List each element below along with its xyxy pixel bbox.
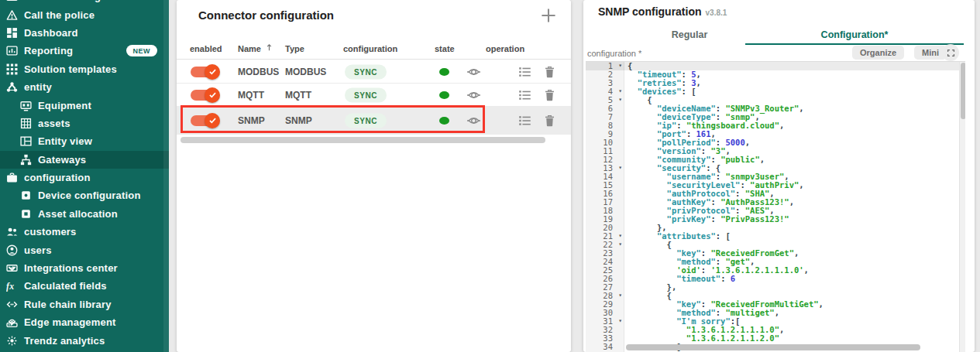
fold-toggle-icon[interactable]: ▾ (618, 231, 622, 240)
sidebar-item-device-configuration[interactable]: Device configuration (0, 186, 169, 204)
snmp-configuration-panel: SNMP configurationv3.8.1 Regular Configu… (583, 0, 975, 352)
add-connector-button[interactable] (539, 6, 558, 25)
delete-button[interactable] (543, 88, 556, 101)
delete-button[interactable] (543, 114, 556, 127)
chevron-up-icon (6, 81, 18, 93)
rpc-eye-button[interactable] (467, 114, 480, 127)
panel-title: Connector configuration (198, 9, 334, 22)
sidebar-item-calculated-fields[interactable]: fxCalculated fields (0, 277, 169, 295)
sidebar-item-entity-view[interactable]: Entity view (0, 132, 169, 150)
sidebar-item-solution-templates[interactable]: Solution templates (0, 60, 169, 78)
fold-toggle-icon[interactable]: ▾ (618, 61, 622, 70)
json-editor[interactable]: 1▾234▾5▾678910111213▾1415161718192021▾22… (586, 61, 965, 352)
sidebar-item-reporting[interactable]: ReportingNEW (0, 42, 169, 60)
calculated-icon: fx (6, 280, 18, 292)
sidebar-item-plan-and-billing[interactable]: Plan and billing (0, 0, 169, 5)
sort-asc-icon[interactable] (264, 43, 274, 53)
logs-list-button[interactable] (518, 65, 531, 78)
line-number: 34 (586, 343, 624, 351)
fold-toggle-icon[interactable]: ▾ (618, 316, 622, 325)
templates-icon (6, 63, 18, 75)
sidebar-item-label: configuration (24, 172, 91, 183)
connector-name: SNMP (238, 115, 265, 126)
connector-row-modbus[interactable]: MODBUSMODBUSSYNC (177, 60, 571, 84)
fold-toggle-icon[interactable]: ▾ (618, 291, 622, 299)
sidebar-item-assets[interactable]: assets (0, 114, 169, 132)
fold-toggle-icon[interactable]: ▾ (618, 95, 622, 104)
sidebar-item-edge-management[interactable]: Edge management (0, 313, 169, 331)
fold-toggle-icon[interactable]: ▾ (618, 87, 622, 95)
logs-list-button[interactable] (518, 88, 531, 101)
connector-name: MQTT (238, 90, 264, 101)
sidebar-item-label: Plan and billing (24, 0, 101, 2)
sidebar-item-entity[interactable]: entity (0, 78, 169, 96)
sidebar-item-trendz-analytics[interactable]: Trendz analytics (0, 331, 169, 349)
connector-type: MODBUS (285, 67, 326, 77)
connector-row-mqtt[interactable]: MQTTMQTTSYNC (177, 84, 571, 107)
configuration-badge: SYNC (345, 64, 387, 79)
tab-configuration[interactable]: Configuration* (821, 29, 889, 40)
sidebar-item-label: users (24, 244, 52, 256)
line-number: 5▾ (586, 96, 624, 104)
rpc-eye-button[interactable] (467, 65, 480, 78)
logs-list-button[interactable] (518, 114, 531, 127)
sidebar-item-integrations-center[interactable]: Integrations center (0, 259, 169, 277)
version-label: v3.8.1 (706, 9, 727, 17)
editor-gutter: 1▾234▾5▾678910111213▾1415161718192021▾22… (586, 62, 624, 352)
panel-title: SNMP configurationv3.8.1 (598, 5, 727, 18)
sidebar-item-call-the-police[interactable]: Call the police (0, 5, 169, 23)
state-indicator (439, 91, 449, 99)
sidebar-item-equipment[interactable]: Equipment (0, 96, 169, 114)
sidebar-item-rule-chain-library[interactable]: Rule chain library (0, 296, 169, 313)
editor-horizontal-scrollbar[interactable] (626, 344, 920, 350)
sidebar-item-users[interactable]: users (0, 241, 169, 258)
sidebar-item-label: Rule chain library (24, 299, 112, 310)
enabled-toggle[interactable] (191, 67, 218, 77)
sidebar-item-label: Reporting (24, 45, 73, 56)
fold-toggle-icon[interactable]: ▾ (618, 163, 622, 172)
delete-button[interactable] (543, 65, 556, 78)
connector-name: MODBUS (238, 67, 279, 77)
sidebar-item-label: entity (24, 81, 52, 93)
enabled-toggle[interactable] (191, 90, 218, 101)
fullscreen-button[interactable] (942, 44, 959, 61)
snmp-title-text: SNMP configuration (598, 5, 702, 18)
sidebar-item-label: Calculated fields (24, 280, 107, 292)
sidebar-item-label: Device configuration (38, 190, 141, 201)
fold-toggle-icon[interactable]: ▾ (618, 240, 622, 248)
enabled-toggle[interactable] (191, 115, 218, 126)
connector-row-snmp[interactable]: SNMPSNMPSYNC (177, 106, 571, 135)
sidebar-item-dashboard[interactable]: Dashboard (0, 24, 169, 42)
dashboard-icon (6, 27, 18, 39)
column-configuration: configuration (343, 44, 397, 53)
card-icon (6, 0, 18, 2)
sidebar: Plan and billingCall the policeDashboard… (0, 0, 169, 352)
editor-code: { "timeout": 5, "retries": 3, "devices":… (628, 62, 824, 351)
sidebar-item-label: customers (24, 226, 77, 238)
state-indicator (439, 117, 449, 125)
sidebar-item-label: Dashboard (24, 27, 78, 39)
warning-icon (6, 9, 18, 21)
state-indicator (439, 68, 449, 76)
code-line: "devices": [ (628, 87, 824, 96)
column-name[interactable]: Name (238, 44, 261, 53)
configuration-badge: SYNC (345, 113, 387, 128)
chevron-up-icon (6, 172, 18, 183)
line-number: 6 (586, 104, 624, 113)
sidebar-scrollbar[interactable] (163, 0, 169, 352)
gateways-icon (20, 154, 32, 166)
sidebar-item-asset-allocation[interactable]: Asset allocation (0, 205, 169, 223)
sidebar-item-configuration[interactable]: configuration (0, 169, 169, 186)
rule-chain-icon (6, 299, 18, 310)
organize-button[interactable]: Organize (852, 46, 904, 60)
sidebar-item-label: Asset allocation (38, 208, 118, 220)
editor-vertical-scrollbar[interactable] (959, 62, 965, 352)
sidebar-item-gateways[interactable]: Gateways (0, 151, 169, 169)
line-number: 7 (586, 113, 624, 121)
tab-regular[interactable]: Regular (672, 29, 708, 40)
sidebar-item-customers[interactable]: customers (0, 223, 169, 241)
sidebar-item-label: Call the police (24, 9, 95, 21)
line-number: 8 (586, 121, 624, 130)
table-horizontal-scrollbar[interactable] (181, 137, 545, 143)
rpc-eye-button[interactable] (467, 88, 480, 101)
